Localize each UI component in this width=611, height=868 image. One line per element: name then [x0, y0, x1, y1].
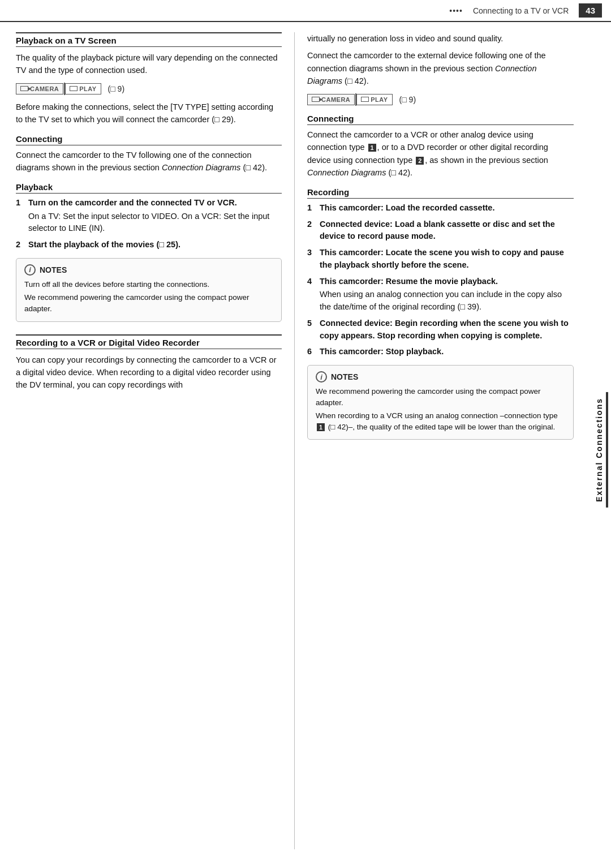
notes-box-right: i NOTES We recommend powering the camcor…: [307, 365, 574, 440]
camera-label: CAMERA: [30, 85, 59, 92]
sidebar-label: External Connections: [592, 392, 608, 508]
recording-title-right: Recording: [307, 187, 574, 199]
rec-step-num-4: 4: [307, 276, 317, 288]
mode-buttons-left: CAMERA PLAY (□ 9): [16, 83, 282, 95]
play-label: PLAY: [79, 85, 96, 92]
connecting-text-right: Connect the camcorder to a VCR or other …: [307, 128, 574, 179]
top-bar-dots: ••••: [449, 6, 463, 15]
step-num-1: 1: [16, 197, 26, 209]
camera-icon: [20, 86, 28, 91]
section-title-playback: Playback on a TV Screen: [16, 32, 282, 47]
main-layout: Playback on a TV Screen The quality of t…: [0, 22, 611, 860]
connecting-text-left: Connect the camcorder to the TV followin…: [16, 149, 282, 174]
step-2: 2 Start the playback of the movies (□ 25…: [16, 239, 282, 251]
recording-vcr-title: Recording to a VCR or Digital Video Reco…: [16, 334, 282, 349]
rec-step-num-3: 3: [307, 247, 317, 259]
notes-line-2: We recommend powering the camcorder usin…: [24, 292, 273, 314]
right-notes-line-2: When recording to a VCR using an analog …: [316, 410, 565, 432]
camera-label-right: CAMERA: [321, 96, 350, 103]
rec-step-2: 2 Connected device: Load a blank cassett…: [307, 218, 574, 243]
top-bar: •••• Connecting to a TV or VCR 43: [0, 0, 611, 22]
camera-icon-right: [312, 97, 320, 102]
rec-step-num-6: 6: [307, 346, 317, 358]
step-text-2: Start the playback of the movies (□ 25).: [28, 239, 282, 251]
camera-button-right: CAMERA: [307, 94, 355, 105]
connecting-title-right: Connecting: [307, 114, 574, 125]
right-column: virtually no generation loss in video an…: [295, 32, 590, 849]
play-icon-right: [361, 97, 369, 102]
connecting-italic-left: Connection Diagrams: [162, 163, 240, 172]
sidebar-right: External Connections: [590, 31, 611, 868]
intro-text: The quality of the playback picture will…: [16, 51, 282, 77]
step-1: 1 Turn on the camcorder and the connecte…: [16, 197, 282, 235]
content-area: Playback on a TV Screen The quality of t…: [0, 22, 590, 860]
rec-step-text-1: This camcorder: Load the recorded casset…: [320, 202, 574, 214]
rec-step-text-6: This camcorder: Stop playback.: [320, 346, 574, 358]
page-number: 43: [579, 3, 602, 18]
right-notes-line-1: We recommend powering the camcorder usin…: [316, 386, 565, 408]
rec-step-text-3: This camcorder: Locate the scene you wis…: [320, 247, 574, 272]
conn-diag-italic: Connection Diagrams: [307, 168, 386, 177]
recording-intro: You can copy your recordings by connecti…: [16, 354, 282, 392]
mode-page-ref-right: (□ 9): [399, 95, 416, 104]
rec-step-num-5: 5: [307, 317, 317, 330]
right-intro-1: virtually no generation loss in video an…: [307, 32, 574, 45]
rec-step-4: 4 This camcorder: Resume the movie playb…: [307, 276, 574, 313]
recording-steps: 1 This camcorder: Load the recorded cass…: [307, 202, 574, 358]
camera-button: CAMERA: [16, 83, 63, 94]
sq-num-1: 1: [368, 144, 376, 152]
rec-step-text-5: Connected device: Begin recording when t…: [320, 317, 574, 342]
notes-box-left: i NOTES Turn off all the devices before …: [16, 258, 282, 322]
sq-num-note: 1: [317, 423, 325, 431]
left-column: Playback on a TV Screen The quality of t…: [0, 32, 295, 849]
rec-step-1: 1 This camcorder: Load the recorded cass…: [307, 202, 574, 214]
play-label-right: PLAY: [371, 96, 388, 103]
right-intro-2: Connect the camcorder to the external de…: [307, 49, 574, 87]
rec-step-text-4: This camcorder: Resume the movie playbac…: [320, 276, 574, 313]
before-text: Before making the connections, select th…: [16, 101, 282, 126]
mode-buttons-right: CAMERA PLAY (□ 9): [307, 93, 574, 106]
connecting-title-left: Connecting: [16, 134, 282, 145]
rec-step-5: 5 Connected device: Begin recording when…: [307, 317, 574, 342]
rec-step-6: 6 This camcorder: Stop playback.: [307, 346, 574, 358]
rec-step-text-2: Connected device: Load a blank cassette …: [320, 218, 574, 243]
notes-header-left: i NOTES: [24, 264, 273, 276]
play-button: PLAY: [65, 83, 101, 94]
notes-icon-right: i: [316, 371, 327, 383]
top-bar-title: Connecting to a TV or VCR: [473, 6, 569, 15]
playback-title: Playback: [16, 182, 282, 194]
rec-step-num-2: 2: [307, 218, 317, 231]
rec-step-3: 3 This camcorder: Locate the scene you w…: [307, 247, 574, 272]
step-num-2: 2: [16, 239, 26, 251]
play-button-right: PLAY: [356, 94, 392, 105]
notes-line-1: Turn off all the devices before starting…: [24, 279, 273, 290]
rec-step-num-1: 1: [307, 202, 317, 214]
notes-header-right: i NOTES: [316, 371, 565, 383]
sq-num-2: 2: [416, 157, 424, 165]
mode-page-ref-left: (□ 9): [108, 84, 124, 93]
playback-steps: 1 Turn on the camcorder and the connecte…: [16, 197, 282, 251]
step-text-1: Turn on the camcorder and the connected …: [28, 197, 282, 235]
notes-icon-left: i: [24, 264, 36, 276]
play-icon: [70, 86, 78, 91]
